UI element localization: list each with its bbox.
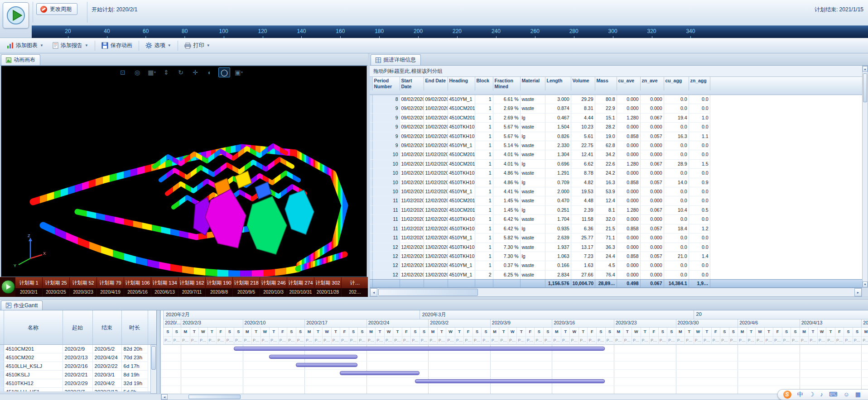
timeline-segment[interactable]: 计划期 252020/2/25 (43, 277, 70, 297)
column-header[interactable]: Period Number (372, 77, 400, 90)
scroll-thumb[interactable] (863, 73, 867, 102)
gantt-column-header[interactable]: 时长 (121, 310, 148, 345)
soft-keyboard-icon[interactable]: ⌨ (829, 390, 838, 399)
add-report-button[interactable]: 添加报告 ▼ (48, 39, 92, 52)
table-row[interactable]: 1010/02/202011/02/20204510CM20114.01 %wa… (370, 150, 710, 159)
table-row[interactable]: 1212/02/202013/02/20204510YM_126.25 %was… (370, 270, 710, 279)
contrast-icon[interactable]: ◐ (204, 67, 216, 77)
sound-icon[interactable]: ♪ (820, 390, 823, 399)
timeline-segment[interactable]: 计划期 1062020/5/16 (124, 277, 151, 297)
tab-animation-canvas[interactable]: 动画画布 (1, 54, 40, 65)
table-row[interactable]: 1111/02/202012/02/20204510CM20111.45 %lg… (370, 205, 710, 214)
gantt-bar[interactable] (296, 363, 358, 367)
table-row[interactable]: 1212/02/202013/02/20204510TKH1017.30 %lg… (370, 252, 710, 261)
table-row[interactable]: 1010/02/202011/02/20204510TKH1014.86 %wa… (370, 169, 710, 178)
table-row[interactable]: 808/02/202009/02/20204510YM_116.61 %wast… (370, 95, 710, 104)
fit-extents-icon[interactable]: ⊡ (117, 67, 129, 77)
scroll-right-icon[interactable]: ► (854, 288, 862, 296)
gantt-row[interactable]: 4510KSLJ2020/2/212020/3/18d 19h (0, 371, 148, 379)
timeline-segment[interactable]: 计划期 3022020/11/28 (314, 277, 342, 297)
table-row[interactable]: 1111/02/202012/02/20204510CM20111.45 %wa… (370, 196, 710, 205)
table-row[interactable]: 1010/02/202011/02/20204510CM20114.01 %lg… (370, 159, 710, 168)
gantt-column-header[interactable]: 结束 (92, 310, 121, 345)
gantt-table-vscrollbar[interactable] (150, 345, 157, 394)
emoji-icon[interactable]: ☺ (843, 390, 849, 399)
table-row[interactable]: 1010/02/202011/02/20204510TKH1014.86 %lg… (370, 178, 710, 187)
scroll-thumb[interactable] (151, 346, 156, 370)
gantt-bar[interactable] (269, 355, 357, 359)
timeline-segment[interactable]: 计…202… (342, 277, 368, 297)
rotate-icon[interactable]: ↻ (175, 67, 187, 77)
scroll-thumb[interactable] (378, 289, 478, 296)
timeline-segment[interactable]: 计划期 1622020/7/11 (178, 277, 206, 297)
animation-timeline[interactable]: 计划期 12020/2/1计划期 252020/2/25计划期 522020/3… (0, 277, 368, 297)
group-by-panel[interactable]: 拖动列标题至此,根据该列分组 (370, 66, 868, 77)
tab-heading-details[interactable]: 掘进详细信息 (371, 54, 421, 65)
column-header[interactable]: Block (475, 77, 493, 90)
timeline-segment[interactable]: 计划期 2182020/9/5 (233, 277, 260, 297)
table-row[interactable]: 909/02/202010/02/20204510CM20112.69 %was… (370, 104, 710, 113)
timeline-segment[interactable]: 计划期 522020/3/23 (70, 277, 97, 297)
gantt-column-header[interactable]: 起始 (63, 310, 92, 345)
timeline-play-button[interactable] (1, 280, 15, 294)
scroll-down-icon[interactable]: ▼ (863, 281, 868, 287)
column-header[interactable]: zn_ave (640, 77, 664, 90)
table-row[interactable]: 909/02/202010/02/20204510CM20112.69 %lg0… (370, 113, 710, 122)
gantt-row[interactable]: 4510LLH_KSLJ2020/2/162020/2/226d 17h (0, 362, 148, 371)
column-header[interactable]: Heading (448, 77, 475, 90)
save-animation-button[interactable]: 保存动画 (97, 39, 136, 52)
moon-toggle[interactable]: ☽ (809, 390, 815, 399)
print-button[interactable]: 打印 ▼ (180, 39, 214, 52)
shading-icon[interactable]: ◯ (218, 67, 230, 77)
gantt-bar[interactable] (234, 347, 605, 351)
timeline-segment[interactable]: 计划期 1342020/6/13 (151, 277, 178, 297)
timeline-segment[interactable]: 计划期 2462020/10/3 (260, 277, 287, 297)
timeline-segment[interactable]: 计划期 12020/2/1 (15, 277, 43, 297)
column-header[interactable]: Material (520, 77, 545, 90)
timeline-segment[interactable]: 计划期 2742020/10/31 (287, 277, 314, 297)
gantt-bar[interactable] (415, 379, 605, 383)
perspective-icon[interactable]: ▣▾ (233, 67, 245, 77)
views-icon[interactable]: ▦▾ (146, 67, 158, 77)
pan-icon[interactable]: ✛ (189, 67, 201, 77)
scroll-left-icon[interactable]: ◄ (161, 394, 168, 400)
column-header[interactable]: cu_ave (617, 77, 640, 90)
details-hscrollbar[interactable]: ◄ ► (370, 288, 862, 297)
tab-job-gantt[interactable]: 作业Gantt (1, 300, 43, 310)
3d-viewport[interactable]: ⊡◎▦▾⇕↻✛◐◯▣▾ Z X Y (1, 66, 367, 277)
table-row[interactable]: 1212/02/202013/02/20204510TKH1017.30 %wa… (370, 243, 710, 252)
table-row[interactable]: 1212/02/202013/02/20204510YM_110.37 %was… (370, 261, 710, 270)
column-header[interactable]: Length (545, 77, 571, 90)
column-header[interactable]: Mass (595, 77, 617, 90)
gantt-row[interactable]: 4510CM2022020/2/132020/4/2470d 23h (0, 353, 148, 362)
column-header[interactable]: End Date (424, 77, 448, 90)
change-period-button[interactable]: 更改周期 (36, 3, 77, 15)
scroll-left-icon[interactable]: ◄ (370, 288, 377, 296)
timeline-segment[interactable]: 计划期 792020/4/19 (97, 277, 124, 297)
column-header[interactable]: Volume (571, 77, 595, 90)
elevation-icon[interactable]: ⇕ (160, 67, 172, 77)
table-row[interactable]: 909/02/202010/02/20204510YM_115.14 %wast… (370, 141, 710, 150)
table-row[interactable]: 909/02/202010/02/20204510TKH1015.67 %lg0… (370, 132, 710, 141)
gantt-row[interactable]: 4510CM2012020/2/92020/5/282d 20h (0, 345, 148, 353)
scroll-up-icon[interactable]: ▲ (863, 66, 868, 72)
orbit-icon[interactable]: ◎ (131, 67, 143, 77)
table-row[interactable]: 1111/02/202012/02/20204510YM_115.82 %was… (370, 233, 710, 243)
column-header[interactable]: Fraction Mined (493, 77, 520, 90)
details-vscrollbar[interactable]: ▲ ▼ (862, 66, 868, 288)
table-row[interactable]: 909/02/202010/02/20204510TKH1015.67 %was… (370, 123, 710, 132)
period-ruler[interactable]: 2040608010012014016018020022024026028030… (32, 25, 868, 38)
gantt-row[interactable]: 4510TKH122020/2/292020/4/232d 19h (0, 379, 148, 388)
gantt-bar[interactable] (340, 371, 420, 375)
gantt-splitter[interactable] (157, 310, 161, 400)
table-row[interactable]: 1111/02/202012/02/20204510TKH1016.42 %lg… (370, 224, 710, 233)
toolbox-icon[interactable]: ▦ (855, 390, 861, 399)
column-header[interactable]: Start Date (400, 77, 424, 90)
table-row[interactable]: 1010/02/202011/02/20204510YM_114.41 %was… (370, 187, 710, 196)
options-button[interactable]: 选项 ▼ (141, 39, 175, 52)
table-row[interactable]: 1111/02/202012/02/20204510TKH1016.42 %wa… (370, 215, 710, 224)
add-chart-button[interactable]: 添加图表 ▼ (3, 39, 48, 52)
scroll-thumb[interactable] (188, 395, 241, 399)
column-header[interactable]: cu_agg (664, 77, 689, 90)
gantt-column-header[interactable]: 名称 (4, 310, 63, 345)
